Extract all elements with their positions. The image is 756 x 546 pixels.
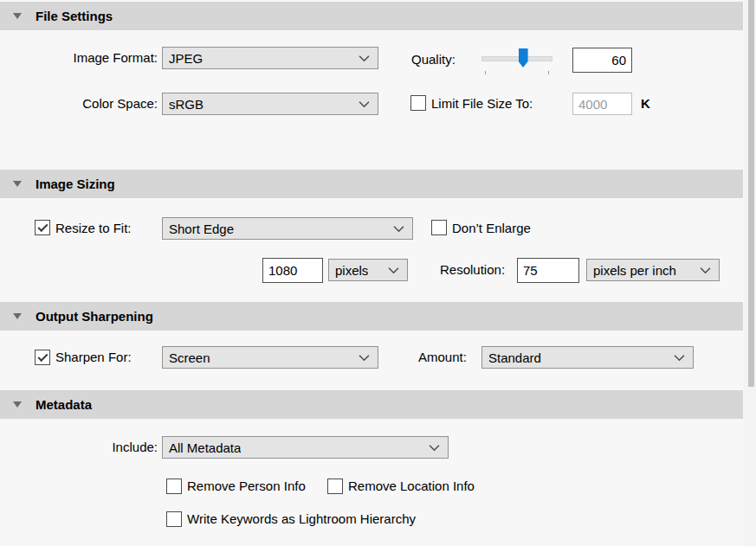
write-keywords-label: Write Keywords as Lightroom Hierarchy [187,511,416,527]
quality-slider[interactable] [481,48,552,76]
dimension-unit-value: pixels [335,263,368,278]
scrollbar-track[interactable] [744,0,756,546]
amount-label: Amount: [418,346,467,369]
image-format-value: JPEG [169,51,203,66]
chevron-down-icon [359,55,370,62]
resolution-input[interactable] [517,258,579,283]
limit-file-size-checkbox[interactable] [410,95,426,111]
dimension-input[interactable] [262,258,323,283]
write-keywords-checkbox[interactable] [166,511,182,527]
resize-to-fit-checkbox[interactable] [35,220,50,235]
slider-tick [548,71,549,74]
remove-location-info-label: Remove Location Info [348,478,475,494]
section-title: File Settings [36,9,113,23]
dont-enlarge-label: Don’t Enlarge [452,217,531,240]
quality-slider-thumb[interactable] [519,48,528,67]
limit-file-size-label: Limit File Size To: [431,93,533,115]
collapse-triangle-icon [13,401,22,408]
include-value: All Metadata [169,440,241,455]
dimension-unit-dropdown[interactable]: pixels [328,259,408,281]
slider-tick [485,71,486,74]
chevron-down-icon [359,354,370,362]
quality-label: Quality: [411,48,456,71]
collapse-triangle-icon [13,313,22,319]
quality-slider-track[interactable] [481,56,552,61]
section-header-image-sizing[interactable]: Image Sizing [0,170,743,198]
section-title: Output Sharpening [36,309,153,324]
section-header-output-sharpening[interactable]: Output Sharpening [0,302,743,331]
amount-dropdown[interactable]: Standard [481,346,694,369]
scrollbar-thumb[interactable] [748,0,754,387]
export-settings-panel: File Settings Image Format: JPEG Quality… [0,0,756,546]
section-header-metadata[interactable]: Metadata [0,390,743,419]
chevron-down-icon [700,267,711,274]
image-format-label: Image Format: [0,47,158,69]
remove-person-info-checkbox[interactable] [166,479,182,494]
chevron-down-icon [429,444,440,452]
limit-file-size-input [572,93,632,115]
sharpen-for-dropdown[interactable]: Screen [162,346,378,369]
quality-input[interactable] [572,48,632,73]
image-format-dropdown[interactable]: JPEG [162,47,378,69]
section-title: Image Sizing [36,177,115,191]
sharpen-for-label: Sharpen For: [55,346,132,369]
color-space-value: sRGB [169,97,204,112]
amount-value: Standard [488,350,541,365]
resize-mode-dropdown[interactable]: Short Edge [162,217,413,240]
remove-person-info-label: Remove Person Info [187,478,306,494]
collapse-triangle-icon [13,181,22,187]
color-space-dropdown[interactable]: sRGB [162,93,378,115]
resize-to-fit-label: Resize to Fit: [55,217,132,240]
section-header-file-settings[interactable]: File Settings [0,2,743,30]
include-dropdown[interactable]: All Metadata [162,436,449,459]
collapse-triangle-icon [13,13,22,19]
chevron-down-icon [393,225,404,233]
section-title: Metadata [36,397,92,412]
include-label: Include: [0,436,158,459]
color-space-label: Color Space: [0,93,158,115]
dont-enlarge-checkbox[interactable] [431,220,447,235]
sharpen-for-value: Screen [169,350,210,365]
chevron-down-icon [674,354,685,362]
limit-file-size-unit-label: K [641,93,650,115]
remove-location-info-checkbox[interactable] [327,479,343,494]
chevron-down-icon [388,267,399,274]
resize-mode-value: Short Edge [169,222,234,236]
resolution-unit-dropdown[interactable]: pixels per inch [586,259,720,281]
resolution-label: Resolution: [440,259,505,281]
sharpen-for-checkbox[interactable] [35,350,50,365]
chevron-down-icon [359,100,370,108]
resolution-unit-value: pixels per inch [593,263,676,278]
